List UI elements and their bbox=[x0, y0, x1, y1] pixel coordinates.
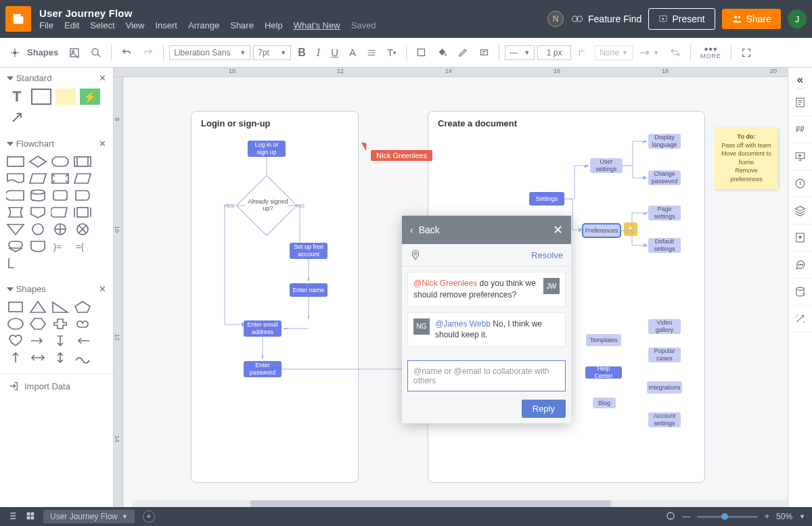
import-data-button[interactable]: Import Data bbox=[0, 373, 113, 398]
node-password[interactable]: Enter password bbox=[244, 361, 281, 377]
section-flowchart[interactable]: Flowchart✕ bbox=[0, 133, 113, 154]
present-panel-icon[interactable] bbox=[788, 143, 813, 170]
font-size-select[interactable]: 7pt▼ bbox=[253, 45, 291, 60]
stroke-width-input[interactable]: 1 px bbox=[537, 45, 571, 60]
italic-button[interactable]: I bbox=[313, 44, 324, 62]
collapse-rail-icon[interactable]: « bbox=[797, 70, 803, 89]
shape-item[interactable] bbox=[28, 188, 48, 203]
shape-item[interactable] bbox=[28, 222, 48, 237]
shape-item[interactable]: }= bbox=[50, 239, 70, 254]
rect-tool[interactable] bbox=[31, 89, 51, 105]
zoom-in-button[interactable]: + bbox=[765, 512, 769, 521]
menu-help[interactable]: Help bbox=[265, 20, 283, 30]
shape-item[interactable] bbox=[50, 154, 70, 169]
shape-style-button[interactable] bbox=[412, 45, 430, 60]
node-blog[interactable]: Blog bbox=[593, 398, 616, 408]
back-icon[interactable]: ‹ bbox=[410, 224, 413, 235]
shape-item[interactable] bbox=[72, 316, 93, 331]
close-icon[interactable]: ✕ bbox=[99, 284, 106, 294]
menu-file[interactable]: File bbox=[39, 20, 53, 30]
shape-item[interactable] bbox=[5, 205, 26, 220]
menu-edit[interactable]: Edit bbox=[64, 20, 79, 30]
node-templates[interactable]: Templates bbox=[586, 334, 621, 346]
chat-icon[interactable] bbox=[788, 252, 813, 279]
close-icon[interactable]: ✕ bbox=[99, 139, 106, 149]
shape-item[interactable] bbox=[5, 333, 26, 348]
arrow-end-button[interactable]: ▼ bbox=[635, 46, 663, 59]
shape-item[interactable] bbox=[50, 316, 70, 331]
node-help[interactable]: Help Center bbox=[585, 366, 622, 379]
sync-icon[interactable] bbox=[666, 511, 675, 523]
fullscreen-button[interactable] bbox=[737, 45, 756, 61]
shape-item[interactable] bbox=[50, 205, 70, 220]
layers-icon[interactable] bbox=[788, 197, 813, 224]
sticky-note[interactable]: To do: Pass off with team Move document … bbox=[715, 127, 778, 189]
text-options-button[interactable]: T▾ bbox=[383, 44, 401, 61]
shape-item[interactable]: ={ bbox=[72, 239, 93, 254]
back-label[interactable]: Back bbox=[419, 224, 440, 235]
shape-item[interactable] bbox=[50, 188, 70, 203]
node-default-settings[interactable]: Default settings bbox=[648, 238, 681, 253]
shape-item[interactable] bbox=[72, 350, 93, 365]
shape-item[interactable] bbox=[50, 333, 70, 348]
underline-button[interactable]: U bbox=[327, 44, 342, 61]
notes-icon[interactable] bbox=[788, 89, 813, 116]
zoom-slider[interactable] bbox=[697, 516, 758, 518]
shape-item[interactable] bbox=[28, 333, 48, 348]
node-popular[interactable]: Popular cases bbox=[648, 348, 681, 362]
close-icon[interactable]: ✕ bbox=[99, 73, 106, 83]
line-type-select[interactable]: —▼ bbox=[505, 45, 535, 60]
shape-item[interactable] bbox=[28, 350, 48, 365]
node-page-settings[interactable]: Page settings bbox=[648, 206, 681, 220]
shape-item[interactable] bbox=[28, 205, 48, 220]
shape-item[interactable] bbox=[72, 171, 93, 186]
node-integrations[interactable]: Integrations bbox=[647, 381, 682, 393]
shape-item[interactable] bbox=[50, 300, 70, 314]
node-preferences[interactable]: Preferences bbox=[583, 224, 620, 237]
shape-item[interactable] bbox=[72, 300, 93, 314]
collaborator-badge[interactable]: N bbox=[547, 11, 564, 27]
section-standard[interactable]: Standard✕ bbox=[0, 68, 113, 89]
shape-item[interactable] bbox=[72, 205, 93, 220]
node-settings[interactable]: Settings bbox=[529, 192, 564, 206]
shape-item[interactable] bbox=[50, 222, 70, 237]
text-tool[interactable]: T bbox=[7, 89, 27, 105]
shape-item[interactable] bbox=[28, 154, 48, 169]
redo-button[interactable] bbox=[139, 45, 158, 61]
app-logo[interactable] bbox=[5, 6, 31, 32]
node-setup[interactable]: Set up free account bbox=[290, 243, 328, 259]
list-view-icon[interactable] bbox=[7, 510, 18, 523]
smart-button[interactable] bbox=[475, 45, 493, 60]
document-title[interactable]: User Journey Flow bbox=[39, 7, 376, 19]
quote-icon[interactable] bbox=[788, 116, 813, 143]
comment-input[interactable]: @name or @email to collaborate with othe… bbox=[407, 360, 566, 391]
shape-item[interactable] bbox=[72, 333, 93, 348]
node-changepw[interactable]: Change password bbox=[648, 170, 681, 185]
shape-item[interactable] bbox=[50, 350, 70, 365]
bold-button[interactable]: B bbox=[294, 44, 310, 62]
menu-insert[interactable]: Insert bbox=[155, 20, 177, 30]
node-user-settings[interactable]: User settings bbox=[590, 158, 623, 173]
menu-view[interactable]: View bbox=[126, 20, 145, 30]
more-button[interactable]: •••MORE bbox=[700, 46, 721, 59]
feature-find-button[interactable]: Feature Find bbox=[570, 12, 641, 26]
text-color-button[interactable]: A bbox=[345, 44, 360, 61]
shape-item[interactable] bbox=[5, 171, 26, 186]
shape-item[interactable] bbox=[5, 300, 26, 314]
arrow-tool[interactable]: ↗ bbox=[7, 109, 27, 125]
node-email[interactable]: Enter email address bbox=[244, 320, 281, 337]
align-button[interactable] bbox=[363, 45, 380, 60]
node-login[interactable]: Log in or sign up bbox=[248, 141, 286, 157]
resolve-button[interactable]: Resolve bbox=[531, 250, 563, 260]
shape-item[interactable] bbox=[50, 171, 70, 186]
node-display[interactable]: Display language bbox=[648, 134, 681, 149]
undo-button[interactable] bbox=[117, 45, 136, 61]
shapes-toggle[interactable] bbox=[5, 45, 24, 61]
shape-item[interactable] bbox=[28, 316, 48, 331]
shape-item[interactable] bbox=[5, 350, 26, 365]
user-avatar[interactable]: J bbox=[788, 9, 807, 28]
theme-icon[interactable] bbox=[788, 224, 813, 252]
history-icon[interactable] bbox=[788, 170, 813, 197]
fill-button[interactable] bbox=[433, 45, 451, 60]
pen-button[interactable] bbox=[454, 45, 472, 60]
